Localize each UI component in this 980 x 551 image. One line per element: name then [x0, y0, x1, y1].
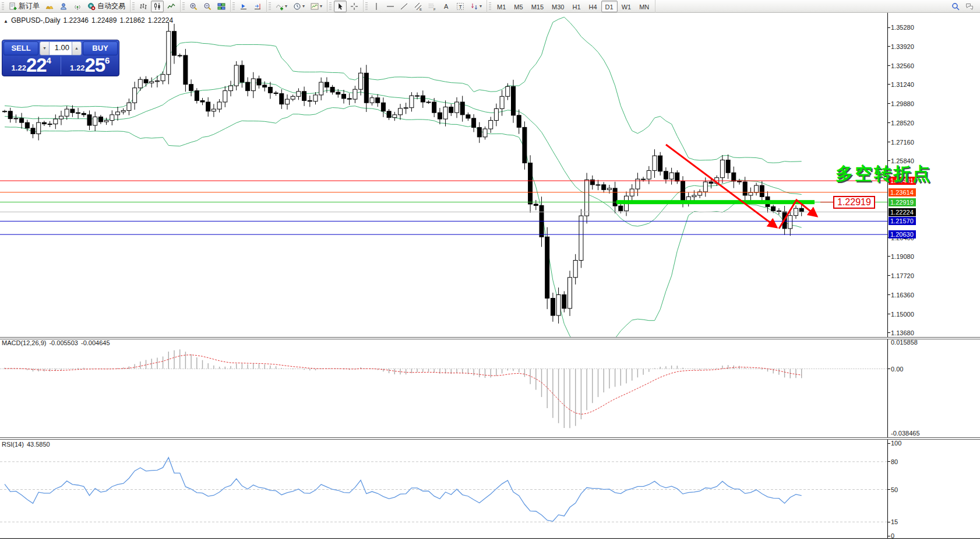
toolbar-group-4: ▾▾▾ — [267, 0, 327, 13]
autotrading-button-label: 自动交易 — [97, 1, 125, 11]
price-tag-annotation: 1.22919 — [833, 196, 875, 209]
tile-windows-button[interactable] — [215, 1, 228, 12]
toolbar-grip[interactable] — [2, 2, 4, 10]
zoom-out-button[interactable] — [201, 1, 214, 12]
macd-pane — [0, 349, 887, 428]
chevron-down-icon[interactable]: ▾ — [320, 3, 322, 9]
toolbar-group-3 — [231, 0, 267, 13]
rsi-tick-mark — [887, 536, 890, 536]
rsi-pane — [0, 458, 887, 522]
timeframe-mn-button[interactable]: MN — [635, 1, 653, 12]
macd-scale-label: -0.038465 — [891, 430, 920, 437]
chevron-down-icon[interactable]: ▾ — [480, 3, 482, 9]
bar-chart-button[interactable] — [137, 1, 150, 12]
rsi-scale-label: 0 — [891, 532, 894, 539]
zoom-in-button[interactable] — [187, 1, 200, 12]
candlestick-button[interactable] — [151, 1, 164, 12]
one-click-collapse-icon[interactable]: ▲ — [3, 19, 8, 24]
sell-price-sup: 4 — [47, 55, 51, 65]
signals-button[interactable] — [71, 1, 84, 12]
buy-button[interactable]: BUY — [83, 41, 118, 55]
pane-splitter-macd[interactable] — [0, 337, 980, 339]
arrows-button[interactable]: ▾ — [468, 1, 484, 12]
price-tick-mark — [887, 84, 890, 85]
volume-increase-button[interactable]: ▲ — [72, 41, 82, 55]
timeframe-d1-button[interactable]: D1 — [601, 1, 618, 12]
buy-price-button[interactable]: 1.22 25 6 — [62, 57, 118, 75]
timeframe-w1-button[interactable]: W1 — [618, 1, 636, 12]
accounts-button[interactable] — [57, 1, 70, 12]
fibonacci-icon: F — [428, 2, 436, 10]
chart-symbol-period: GBPUSD-,Daily — [11, 16, 61, 24]
toolbar-grip[interactable] — [182, 2, 185, 10]
macd-scale-label: 0.015858 — [891, 339, 918, 346]
sell-button[interactable]: SELL — [3, 41, 38, 55]
toolbar-grip[interactable] — [132, 2, 135, 10]
auto-scroll-button[interactable] — [237, 1, 250, 12]
search-button[interactable] — [949, 1, 962, 12]
text-button[interactable]: A — [440, 1, 453, 12]
gold-button[interactable] — [43, 1, 56, 12]
svg-text:T: T — [459, 3, 463, 9]
cursor-icon — [336, 2, 344, 10]
cursor-button[interactable] — [334, 1, 347, 12]
timeframe-h4-button[interactable]: H4 — [585, 1, 601, 12]
timeframe-m15-button[interactable]: M15 — [527, 1, 548, 12]
price-tick-mark — [887, 314, 890, 314]
line-chart-button[interactable] — [165, 1, 178, 12]
crosshair-button[interactable] — [348, 1, 361, 12]
volume-decrease-button[interactable]: ▼ — [40, 41, 50, 55]
timeframe-m1-button[interactable]: M1 — [493, 1, 510, 12]
indicators-icon — [276, 2, 284, 10]
timeframe-m30-button[interactable]: M30 — [548, 1, 568, 12]
trendline-button[interactable] — [398, 1, 411, 12]
chart-shift-button[interactable] — [251, 1, 264, 12]
volume-input[interactable]: 1.00 — [50, 41, 72, 55]
rsi-tick-mark — [887, 443, 890, 444]
price-tick-label: 1.28520 — [891, 120, 914, 127]
toolbar-grip[interactable] — [365, 2, 368, 10]
chart-canvas[interactable]: ▲ GBPUSD-,Daily 1.22346 1.22489 1.21862 … — [0, 13, 980, 551]
toolbar-grip[interactable] — [269, 2, 271, 10]
rsi-scale-label: 15 — [891, 518, 898, 525]
volume-control: ▼ 1.00 ▲ — [40, 41, 82, 55]
toolbar-grip[interactable] — [329, 2, 332, 10]
crosshair-icon — [350, 2, 358, 10]
pane-splitter-rsi[interactable] — [0, 437, 980, 440]
fibonacci-button[interactable]: F — [426, 1, 439, 12]
toolbar-grip[interactable] — [232, 2, 235, 10]
rsi-value: 43.5850 — [27, 441, 50, 448]
rsi-indicator-label: RSI(14) 43.5850 — [2, 441, 50, 448]
line-chart-icon — [167, 2, 175, 10]
price-tick-mark — [887, 142, 890, 142]
time-axis-strip[interactable] — [0, 539, 980, 551]
vertical-line-icon — [372, 2, 380, 10]
chat-button[interactable] — [963, 1, 976, 12]
vertical-line-button[interactable] — [370, 1, 383, 12]
text-label-button[interactable]: T — [454, 1, 467, 12]
chat-icon — [965, 2, 974, 10]
price-level-label: 1.21570 — [889, 217, 916, 225]
channel-icon: E — [414, 2, 422, 10]
periods-button[interactable]: ▾ — [291, 1, 307, 12]
price-tick-label: 1.15000 — [891, 311, 914, 318]
new-order-button[interactable]: 新订单 — [6, 1, 42, 12]
autotrading-button[interactable]: 自动交易 — [85, 1, 128, 12]
rsi-name: RSI(14) — [2, 441, 24, 448]
templates-button[interactable]: ▾ — [308, 1, 325, 12]
timeframe-h1-button[interactable]: H1 — [568, 1, 584, 12]
toolbar-grip[interactable] — [489, 2, 491, 10]
indicators-button[interactable]: ▾ — [273, 1, 290, 12]
timeframe-m5-button[interactable]: M5 — [510, 1, 527, 12]
price-tick-label: 1.35280 — [891, 24, 914, 31]
chevron-down-icon[interactable]: ▾ — [285, 3, 287, 9]
horizontal-line-button[interactable] — [384, 1, 397, 12]
price-level-label: 1.20630 — [889, 230, 916, 238]
chart-graphics — [0, 13, 980, 551]
price-tick-label: 1.33920 — [891, 43, 914, 50]
toolbar-group-5 — [327, 0, 364, 13]
chevron-down-icon[interactable]: ▾ — [302, 3, 305, 9]
channel-button[interactable]: E — [412, 1, 425, 12]
macd-scale-label: 0.00 — [891, 366, 903, 373]
sell-price-button[interactable]: 1.22 22 4 — [3, 57, 59, 75]
